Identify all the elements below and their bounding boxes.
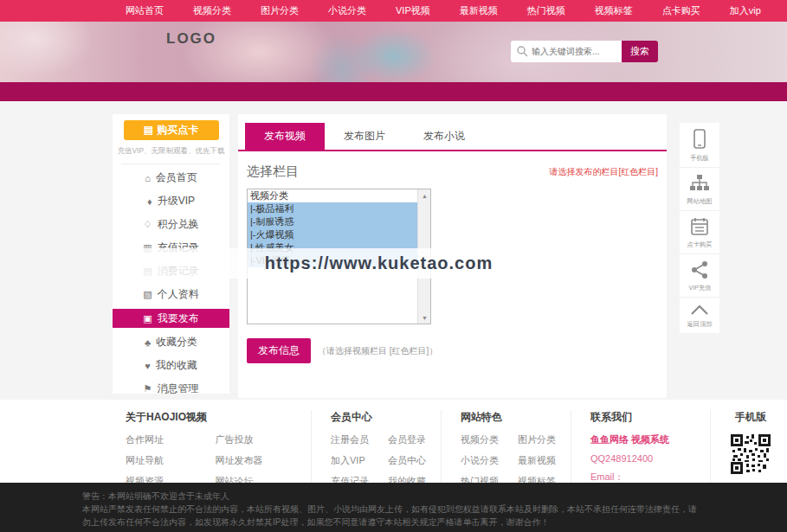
sidebar-item-icon: ⚑ — [144, 383, 152, 394]
rail-item-mobile[interactable]: 手机版 — [680, 123, 719, 168]
nav-item[interactable]: 点卡购买 — [662, 4, 700, 17]
nav-item[interactable]: 图片分类 — [261, 4, 299, 17]
footer-link[interactable]: 广告投放 — [215, 433, 295, 446]
rail-item-vip[interactable]: VIP充值 — [680, 254, 719, 298]
page: 网站首页视频分类图片分类小说分类VIP视频最新视频热门视频视频标签点卡购买加入v… — [0, 0, 787, 532]
rail-label: 点卡购买 — [687, 240, 713, 249]
disclaimer-line2: 本网站严禁发表任何禁止的不合法的内容，本站所有视频、图片、小说均由网友上传，如有… — [82, 503, 705, 529]
nav-item[interactable]: 热门视频 — [527, 4, 565, 17]
footer-link[interactable]: 会员登录 — [388, 433, 426, 446]
disclaimer-bar: 警告：本网站明确不欢迎含于未成年人 本网站严禁发表任何禁止的不合法的内容，本站所… — [0, 483, 787, 532]
sidebar-item-label: 会员首页 — [156, 170, 197, 185]
rail-label: 返回顶部 — [687, 320, 713, 329]
publish-tabs: 发布视频发布图片发布小说 — [238, 114, 667, 151]
rail-label: 手机版 — [690, 154, 709, 163]
divider — [121, 163, 221, 164]
footer-contact: 联系我们 鱼鱼网络 视频系统 QQ248912400 Email：2409124… — [571, 410, 710, 483]
sidebar-item-icon: ♣ — [145, 337, 151, 348]
nav-item[interactable]: 视频标签 — [595, 4, 633, 17]
sidebar-item-icon: ⌂ — [145, 173, 151, 183]
nav-item[interactable]: 小说分类 — [328, 4, 366, 17]
qr-code — [730, 433, 771, 475]
footer-col-title: 会员中心 — [331, 410, 425, 425]
publish-tab[interactable]: 发布图片 — [325, 123, 404, 150]
disclaimer-line1: 警告：本网站明确不欢迎含于未成年人 — [82, 490, 705, 503]
share-icon — [690, 260, 709, 279]
footer-link[interactable]: 网址导航 — [126, 454, 196, 467]
nav-item[interactable]: 加入vip — [730, 4, 761, 17]
nav-item[interactable]: 视频分类 — [193, 4, 231, 17]
sidebar-item-label: 升级VIP — [158, 194, 195, 208]
site-logo: LOGO — [166, 30, 216, 48]
footer-link[interactable]: 视频分类 — [461, 433, 499, 446]
nav-item[interactable]: 网站首页 — [126, 4, 164, 17]
section-title: 选择栏目 — [247, 163, 299, 180]
contact-brand: 鱼鱼网络 视频系统 — [590, 433, 694, 446]
search-box: 搜索 — [511, 41, 658, 62]
footer-link[interactable]: 最新视频 — [518, 454, 556, 467]
footer-col-title: 关于HAOJIO视频 — [126, 410, 295, 425]
nav-item[interactable]: VIP视频 — [396, 4, 430, 17]
header-banner: LOGO 搜索 — [0, 22, 787, 82]
sidebar-item-label: 消息管理 — [157, 381, 198, 396]
contact-qq: QQ248912400 — [590, 453, 694, 464]
footer-link[interactable]: 小说分类 — [461, 454, 499, 467]
sidebar-item[interactable]: ♣ 收藏分类 — [113, 330, 229, 354]
column-hint-link[interactable]: 请选择发布的栏目[红色栏目] — [549, 166, 658, 178]
scroll-up-icon[interactable]: ▲ — [418, 189, 431, 202]
calendar-icon — [690, 217, 709, 236]
footer: 关于HAOJIO视频 合作网址广告投放网址导航网址发布器视频资源网站论坛 会员中… — [0, 400, 787, 483]
sidebar-item[interactable]: ▣ 我要发布 — [113, 309, 229, 328]
rail-item-sitemap[interactable]: 网站地图 — [680, 168, 719, 211]
sidebar-item-label: 收藏分类 — [156, 335, 197, 349]
buy-card-button[interactable]: ▤购买点卡 — [124, 120, 219, 140]
footer-features: 网站特色 视频分类图片分类小说分类最新视频热门视频视频标签加入VIPVIP视频 — [441, 410, 571, 483]
footer-link[interactable]: 合作网址 — [126, 433, 196, 446]
footer-about: 关于HAOJIO视频 合作网址广告投放网址导航网址发布器视频资源网站论坛 — [126, 410, 311, 483]
publish-tab[interactable]: 发布小说 — [404, 123, 484, 150]
sidebar-item-label: 我要发布 — [158, 311, 199, 326]
footer-link[interactable]: 加入VIP — [331, 454, 369, 467]
category-option[interactable]: |-火爆视频 — [248, 228, 417, 241]
rail-item-top[interactable]: 返回顶部 — [680, 298, 719, 333]
category-option[interactable]: 视频分类 — [248, 189, 417, 202]
sidebar-item[interactable]: ♥ 我的收藏 — [113, 354, 229, 377]
chevron-up-icon — [690, 304, 709, 316]
sidebar-item[interactable]: ♦ 升级VIP — [113, 189, 229, 213]
footer-link[interactable]: 会员中心 — [388, 454, 426, 467]
phone-icon — [691, 129, 708, 150]
footer-member: 会员中心 注册会员会员登录加入VIP会员中心充值记录我的收藏 — [311, 410, 441, 483]
nav-item[interactable]: 最新视频 — [460, 4, 498, 17]
sidebar-item-icon: ▧ — [143, 289, 152, 300]
publish-row: 发布信息 （请选择视频栏目 [红色栏目]） — [247, 338, 667, 363]
search-button[interactable]: 搜索 — [622, 41, 658, 62]
sidebar-item-label: 个人资料 — [158, 287, 199, 302]
sidebar-item[interactable]: ⌂ 会员首页 — [113, 166, 229, 189]
sidebar-tagline: 充值VIP、无限制观看、优先下载 — [113, 146, 229, 157]
sidebar-item-icon: ▣ — [143, 313, 152, 324]
watermark: https://www.kuketao.com — [130, 248, 628, 279]
quick-rail: 手机版 网站地图 点卡购买 VIP充值 返回顶部 — [680, 123, 719, 333]
scroll-down-icon[interactable]: ▼ — [418, 311, 431, 324]
sidebar-item[interactable]: ⚑ 消息管理 — [113, 377, 229, 401]
publish-button[interactable]: 发布信息 — [247, 338, 311, 363]
sidebar-item[interactable]: ♢ 积分兑换 — [113, 213, 229, 236]
footer-link[interactable]: 网址发布器 — [215, 454, 295, 467]
rail-label: 网站地图 — [687, 197, 713, 206]
sitemap-icon — [689, 174, 710, 193]
card-icon: ▤ — [144, 124, 153, 136]
footer-col-title: 联系我们 — [590, 410, 694, 425]
category-option[interactable]: |-极品福利 — [248, 202, 417, 215]
footer-link[interactable]: 图片分类 — [518, 433, 556, 446]
sidebar-item[interactable]: ▧ 个人资料 — [113, 283, 229, 306]
publish-tab[interactable]: 发布视频 — [245, 123, 325, 150]
category-option[interactable]: |-制服诱惑 — [248, 215, 417, 228]
sidebar-item-icon: ♢ — [144, 219, 152, 230]
rail-item-card[interactable]: 点卡购买 — [680, 211, 719, 254]
sidebar-item-icon: ♦ — [147, 196, 152, 207]
accent-strip — [0, 82, 787, 101]
footer-link[interactable]: 注册会员 — [331, 433, 369, 446]
publish-hint: （请选择视频栏目 [红色栏目]） — [318, 345, 437, 357]
sidebar-item-label: 我的收藏 — [156, 358, 197, 373]
sidebar-item-icon: ♥ — [145, 361, 151, 371]
